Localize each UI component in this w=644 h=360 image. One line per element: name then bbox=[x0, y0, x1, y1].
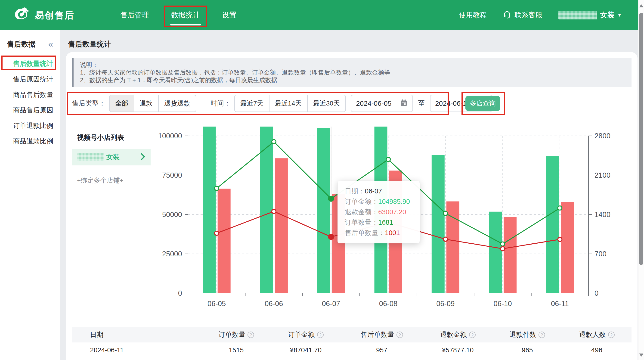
logo-icon bbox=[14, 6, 30, 24]
chart[interactable]: 0250005000075000100000070014002100280006… bbox=[148, 120, 638, 308]
table-cell: 957 bbox=[340, 342, 423, 358]
x-axis-label: 06-08 bbox=[379, 300, 398, 308]
headset-icon bbox=[503, 10, 511, 20]
content-card: 说明： 1、统计每天买家付款的订单数据及售后数据，包括：订单数量、订单金额、退款… bbox=[66, 52, 638, 360]
bar-refund-amount-06-10[interactable] bbox=[504, 217, 516, 293]
bar-order-amount-06-05[interactable] bbox=[203, 126, 216, 293]
nav-tab-statistics[interactable]: 数据统计 bbox=[160, 0, 211, 30]
main-nav: 售后管理数据统计设置 bbox=[109, 0, 248, 30]
app-logo[interactable]: 易创售后 bbox=[14, 6, 74, 24]
right-axis-label: 2100 bbox=[594, 171, 610, 179]
shop-name-suffix: 女装 bbox=[106, 152, 120, 162]
stats-table: 日期订单数量?订单金额?售后单数量?退款金额?退款件数?退款人数? 2024-0… bbox=[72, 328, 632, 358]
table-cell: ¥87041.70 bbox=[271, 342, 340, 358]
date-range-to-label: 至 bbox=[418, 99, 425, 108]
data-point-06-07[interactable] bbox=[328, 234, 334, 240]
censored-shop-name bbox=[77, 154, 104, 161]
sidebar-item-aftersales-reason-stats[interactable]: 售后原因统计 bbox=[0, 72, 60, 87]
data-point-06-11[interactable] bbox=[558, 206, 562, 210]
help-icon[interactable]: ? bbox=[469, 332, 476, 338]
store-switcher[interactable]: 女装 ▼ bbox=[558, 10, 622, 20]
time-option-7d[interactable]: 最近7天 bbox=[234, 95, 270, 112]
collapse-sidebar-icon[interactable]: « bbox=[48, 41, 53, 48]
page-scrollbar[interactable] bbox=[638, 0, 644, 360]
start-date-input[interactable]: 2024-06-05 bbox=[351, 95, 413, 112]
type-option-return-refund[interactable]: 退货退款 bbox=[158, 95, 196, 112]
x-axis-label: 06-11 bbox=[551, 300, 569, 308]
type-option-refund[interactable]: 退款 bbox=[134, 95, 159, 112]
bar-order-amount-06-09[interactable] bbox=[432, 155, 444, 293]
app-header: 易创售后 售后管理数据统计设置 使用教程 联系客服 女装 ▼ bbox=[0, 0, 638, 30]
column-header: 退款人数? bbox=[562, 328, 632, 342]
time-option-30d[interactable]: 最近30天 bbox=[307, 95, 346, 112]
sidebar-item-order-refund-ratio[interactable]: 订单退款比例 bbox=[0, 118, 60, 134]
tooltip-row: 订单数量：1681 bbox=[345, 217, 413, 228]
time-range-group: 最近7天最近14天最近30天 bbox=[234, 95, 346, 112]
data-point-06-05[interactable] bbox=[215, 231, 219, 235]
bar-refund-amount-06-05[interactable] bbox=[218, 188, 231, 293]
data-point-06-06[interactable] bbox=[272, 210, 276, 214]
time-label: 时间： bbox=[210, 99, 231, 108]
help-icon[interactable]: ? bbox=[538, 332, 545, 338]
type-option-all[interactable]: 全部 bbox=[109, 95, 134, 112]
nav-tab-aftersales[interactable]: 售后管理 bbox=[109, 0, 160, 30]
table-row: 2024-06-111515¥87041.70957¥57877.1096549… bbox=[72, 342, 632, 358]
help-icon[interactable]: ? bbox=[608, 332, 614, 338]
nav-tab-settings[interactable]: 设置 bbox=[211, 0, 248, 30]
data-point-06-06[interactable] bbox=[272, 140, 276, 144]
shop-list-item[interactable]: 女装 bbox=[72, 149, 150, 166]
app-title: 易创售后 bbox=[35, 9, 74, 22]
right-axis-label: 0 bbox=[594, 289, 598, 297]
scrollbar-thumb[interactable] bbox=[639, 13, 643, 265]
tooltip-row: 订单金额：104985.90 bbox=[345, 196, 413, 207]
sidebar-item-product-aftersales-reason[interactable]: 商品售后原因 bbox=[0, 102, 60, 118]
help-icon[interactable]: ? bbox=[317, 332, 324, 338]
data-point-06-09[interactable] bbox=[444, 211, 448, 216]
data-point-06-09[interactable] bbox=[444, 237, 448, 241]
contact-support-link[interactable]: 联系客服 bbox=[503, 10, 542, 20]
tooltip-date-value: 06-07 bbox=[365, 188, 382, 195]
tooltip-row: 退款金额：63007.20 bbox=[345, 207, 413, 217]
right-axis-label: 700 bbox=[594, 250, 606, 258]
data-point-06-08[interactable] bbox=[386, 157, 390, 162]
aftersales-type-label: 售后类型： bbox=[72, 99, 106, 108]
column-header: 退款金额? bbox=[423, 328, 492, 342]
table-cell: ¥57877.10 bbox=[423, 342, 492, 358]
help-icon[interactable]: ? bbox=[396, 332, 403, 338]
notice-box: 说明： 1、统计每天买家付款的订单数据及售后数据，包括：订单数量、订单金额、退款… bbox=[72, 58, 632, 87]
nav-tab-label: 售后管理 bbox=[120, 10, 149, 20]
data-point-06-05[interactable] bbox=[215, 186, 219, 190]
data-point-06-10[interactable] bbox=[500, 247, 505, 251]
column-header: 日期 bbox=[72, 328, 202, 342]
scroll-up-arrow-icon[interactable] bbox=[639, 4, 643, 8]
bar-order-amount-06-11[interactable] bbox=[546, 156, 559, 293]
left-axis-label: 25000 bbox=[162, 250, 182, 258]
notice-heading: 说明： bbox=[80, 61, 625, 69]
tutorial-link[interactable]: 使用教程 bbox=[459, 10, 487, 20]
data-point-06-10[interactable] bbox=[500, 242, 505, 246]
bar-order-amount-06-10[interactable] bbox=[489, 212, 502, 293]
main-content: 售后数量统计 说明： 1、统计每天买家付款的订单数据及售后数据，包括：订单数量、… bbox=[60, 30, 638, 360]
chevron-down-icon: ▼ bbox=[617, 12, 622, 18]
sidebar-item-product-refund-ratio[interactable]: 商品退款比例 bbox=[0, 134, 60, 149]
sidebar-item-product-aftersales-count[interactable]: 商品售后数量 bbox=[0, 87, 60, 102]
scroll-down-arrow-icon[interactable] bbox=[639, 354, 643, 357]
shop-list-title: 视频号小店列表 bbox=[72, 128, 150, 142]
aftersales-type-group: 全部退款退货退款 bbox=[109, 95, 196, 112]
left-axis-label: 0 bbox=[178, 289, 182, 297]
time-option-14d[interactable]: 最近14天 bbox=[269, 95, 308, 112]
data-point-06-11[interactable] bbox=[558, 238, 562, 242]
help-icon[interactable]: ? bbox=[248, 332, 254, 338]
sidebar-item-aftersales-count-stats[interactable]: 售后数量统计 bbox=[0, 56, 60, 72]
bar-refund-amount-06-11[interactable] bbox=[561, 202, 574, 293]
data-point-06-07[interactable] bbox=[328, 196, 334, 201]
bar-order-amount-06-07[interactable] bbox=[317, 128, 330, 293]
left-axis-label: 100000 bbox=[158, 132, 182, 140]
x-axis-label: 06-07 bbox=[322, 300, 340, 308]
bind-more-shops-link[interactable]: +绑定多个店铺+ bbox=[72, 176, 150, 185]
column-header: 订单金额? bbox=[271, 328, 340, 342]
shop-list-panel: 视频号小店列表 女装 +绑定多个店铺+ bbox=[72, 128, 150, 185]
filter-bar: 售后类型： 全部退款退货退款 时间： 最近7天最近14天最近30天 2024-0… bbox=[72, 92, 632, 114]
multi-store-query-button[interactable]: 多店查询 bbox=[466, 96, 500, 111]
bar-refund-amount-06-06[interactable] bbox=[275, 158, 288, 293]
